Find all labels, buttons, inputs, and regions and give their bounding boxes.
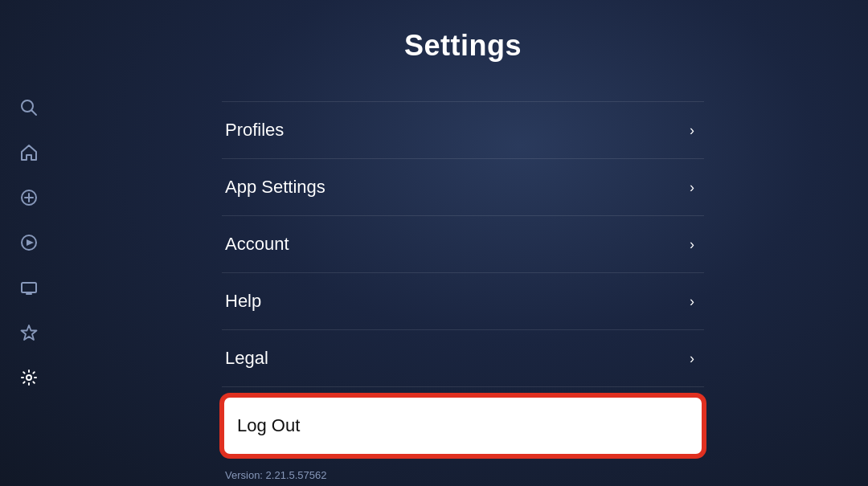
- search-icon[interactable]: [18, 96, 40, 119]
- svg-marker-10: [22, 325, 37, 340]
- star-icon[interactable]: [18, 321, 40, 344]
- sidebar: [0, 0, 58, 486]
- menu-item-label-app-settings: App Settings: [225, 177, 326, 198]
- menu-item-label-legal: Legal: [225, 348, 268, 369]
- page-title: Settings: [404, 29, 522, 63]
- chevron-right-icon: ›: [690, 236, 694, 253]
- settings-icon[interactable]: [18, 366, 40, 389]
- menu-item-app-settings[interactable]: App Settings ›: [222, 159, 704, 216]
- menu-item-legal[interactable]: Legal ›: [222, 330, 704, 387]
- menu-list: Profiles › App Settings › Account › Help…: [222, 101, 704, 387]
- menu-item-profiles[interactable]: Profiles ›: [222, 101, 704, 159]
- menu-item-label-profiles: Profiles: [225, 120, 284, 141]
- chevron-right-icon: ›: [690, 179, 694, 196]
- menu-item-help[interactable]: Help ›: [222, 273, 704, 330]
- chevron-right-icon: ›: [690, 293, 694, 310]
- svg-marker-6: [27, 239, 34, 246]
- menu-item-label-help: Help: [225, 291, 261, 312]
- chevron-right-icon: ›: [690, 122, 694, 139]
- svg-rect-7: [22, 283, 36, 292]
- version-text: Version: 2.21.5.57562: [222, 469, 704, 481]
- home-icon[interactable]: [18, 141, 40, 164]
- tv-icon[interactable]: [18, 276, 40, 299]
- chevron-right-icon: ›: [690, 350, 694, 367]
- logout-button[interactable]: Log Out: [222, 395, 704, 456]
- add-icon[interactable]: [18, 186, 40, 209]
- menu-item-account[interactable]: Account ›: [222, 216, 704, 273]
- menu-item-label-account: Account: [225, 234, 289, 255]
- main-content: Settings Profiles › App Settings › Accou…: [58, 0, 868, 486]
- svg-line-1: [32, 111, 37, 116]
- logout-label: Log Out: [237, 415, 300, 436]
- movie-icon[interactable]: [18, 231, 40, 254]
- svg-point-11: [27, 375, 31, 380]
